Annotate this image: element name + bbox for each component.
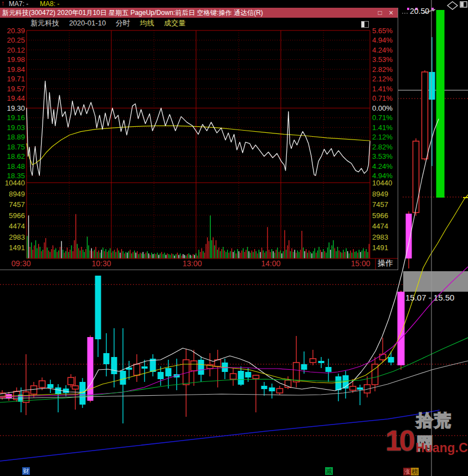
finance-flag-badge[interactable]: 财 — [22, 467, 30, 475]
watermark: 10 拾荒网 Huang.CN — [384, 408, 467, 475]
svg-text:3.53%: 3.53% — [372, 55, 393, 64]
reduce-flag-badge[interactable]: 减 — [325, 467, 333, 475]
svg-text:4.24%: 4.24% — [372, 46, 393, 54]
svg-text:10440: 10440 — [5, 179, 25, 187]
svg-text:19.44: 19.44 — [7, 94, 25, 102]
volume-toggle-label[interactable]: 成交量 — [164, 19, 186, 27]
intraday-chart-canvas[interactable]: 20.3920.2520.1219.9819.8419.7119.5719.44… — [0, 18, 398, 270]
high-price-label: 20.50 — [410, 7, 429, 15]
svg-text:1491: 1491 — [9, 244, 25, 252]
svg-text:3.53%: 3.53% — [372, 152, 393, 161]
svg-text:0.71%: 0.71% — [372, 113, 393, 122]
watermark-10: 10 — [385, 424, 413, 457]
mode-label[interactable]: 分时 — [116, 19, 130, 27]
ranking-flag-badge[interactable]: 榜 — [411, 468, 419, 475]
svg-text:18.62: 18.62 — [7, 152, 25, 161]
svg-text:0.71%: 0.71% — [372, 94, 393, 102]
svg-text:5.65%: 5.65% — [372, 27, 393, 35]
intraday-window: 新元科技(300472) 2020年01月10日 星期五 PageUp/Down… — [0, 8, 398, 270]
svg-text:4474: 4474 — [9, 222, 25, 230]
svg-text:2983: 2983 — [372, 233, 388, 241]
stock-name-label: 新元科技 — [30, 19, 59, 27]
svg-text:19.84: 19.84 — [7, 65, 25, 74]
svg-text:19.30: 19.30 — [7, 104, 25, 112]
svg-text:10440: 10440 — [372, 179, 392, 187]
svg-text:19.71: 19.71 — [7, 75, 25, 83]
date-label: 2020-01-10 — [69, 19, 106, 27]
svg-text:4.24%: 4.24% — [372, 162, 393, 170]
svg-text:4.94%: 4.94% — [372, 36, 393, 44]
svg-text:09:30: 09:30 — [11, 259, 30, 268]
svg-text:20.12: 20.12 — [7, 46, 25, 54]
indicator-strip: ↑ MA7: - MA8: - — [0, 0, 468, 8]
watermark-site: Huang.CN — [415, 441, 468, 456]
svg-text:1491: 1491 — [372, 244, 388, 252]
svg-text:2983: 2983 — [9, 233, 25, 241]
svg-text:19.98: 19.98 — [7, 55, 25, 64]
close-button[interactable]: × — [387, 8, 395, 18]
ma7-label: MA7: - — [9, 0, 28, 8]
svg-text:18.48: 18.48 — [7, 162, 25, 170]
svg-text:18.75: 18.75 — [7, 143, 25, 151]
action-button[interactable]: 操作 — [378, 258, 397, 268]
svg-text:19.16: 19.16 — [7, 113, 25, 122]
diamond-icon[interactable] — [446, 1, 459, 10]
svg-text:1.41%: 1.41% — [372, 85, 393, 93]
chart-header: 新元科技 2020-01-10 分时 均线 成交量 — [30, 18, 193, 27]
svg-text:2.82%: 2.82% — [372, 143, 393, 151]
window-title: 新元科技(300472) 2020年01月10日 星期五 PageUp/Down… — [2, 8, 263, 18]
maximize-button[interactable]: □ — [376, 8, 384, 18]
svg-text:20.39: 20.39 — [7, 27, 25, 35]
svg-text:14:00: 14:00 — [261, 259, 280, 268]
svg-text:8949: 8949 — [372, 190, 388, 198]
svg-text:18.89: 18.89 — [7, 133, 25, 141]
pane-layout-icon[interactable] — [361, 21, 369, 28]
svg-text:2.12%: 2.12% — [372, 133, 393, 141]
svg-text:5966: 5966 — [9, 211, 25, 220]
svg-text:20.25: 20.25 — [7, 36, 25, 44]
ma-toggle-label[interactable]: 均线 — [140, 19, 154, 27]
svg-text:10:30: 10:30 — [91, 259, 111, 268]
window-titlebar[interactable]: 新元科技(300472) 2020年01月10日 星期五 PageUp/Down… — [0, 8, 398, 18]
svg-text:19.57: 19.57 — [7, 85, 25, 93]
svg-text:7457: 7457 — [372, 200, 388, 209]
gap-range-label: 15.07 - 15.50 — [405, 293, 454, 302]
svg-text:2.82%: 2.82% — [372, 65, 393, 74]
svg-text:8949: 8949 — [9, 190, 25, 198]
svg-text:0.00%: 0.00% — [372, 104, 393, 112]
ma8-label: MA8: - — [40, 0, 59, 8]
svg-text:7457: 7457 — [9, 200, 25, 209]
split-layout-icon[interactable] — [460, 1, 468, 8]
svg-text:4474: 4474 — [372, 222, 388, 230]
svg-text:2.12%: 2.12% — [372, 75, 393, 83]
svg-text:13:00: 13:00 — [182, 259, 202, 268]
svg-text:19.03: 19.03 — [7, 123, 25, 132]
svg-text:1.41%: 1.41% — [372, 123, 393, 132]
screen: ↑ MA7: - MA8: - 20.50 15.07 - 15.50 新元科技… — [0, 0, 468, 476]
limit-up-flag-badge[interactable]: 涨 — [403, 468, 411, 475]
svg-text:15:00: 15:00 — [351, 259, 370, 268]
up-arrow-icon: ↑ — [1, 0, 4, 7]
svg-text:5966: 5966 — [372, 211, 388, 220]
